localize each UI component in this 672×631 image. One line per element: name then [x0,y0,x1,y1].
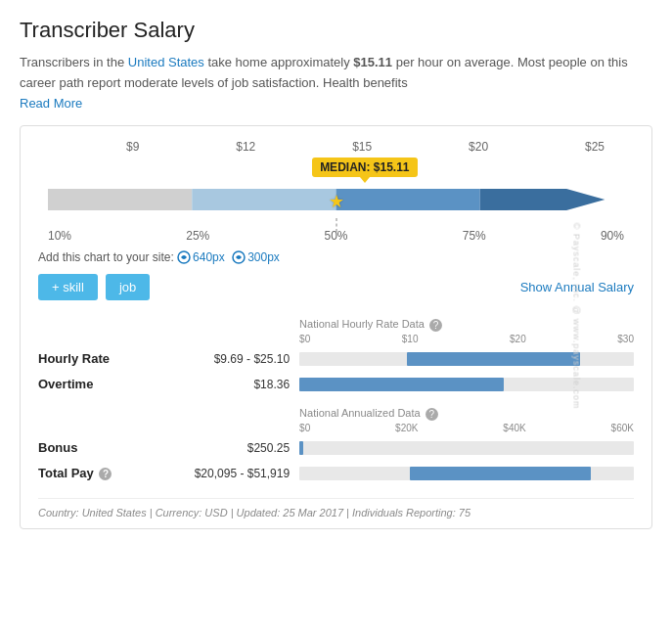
svg-marker-2 [336,189,480,210]
intro-text-part1: Transcribers in the [20,55,128,69]
table-row: Total Pay ? $20,095 - $51,919 [38,461,634,486]
hourly-help-icon[interactable]: ? [429,319,442,332]
percentile-bar: ★ [38,181,634,221]
chart-300-link[interactable]: 300px [247,250,280,264]
median-dashed-line [336,218,336,232]
job-button[interactable]: job [106,274,150,300]
total-pay-value: $20,095 - $51,919 [154,461,300,486]
bonus-value: $250.25 [154,435,300,461]
skill-button[interactable]: + skill [38,274,98,300]
median-tooltip: MEDIAN: $15.11 [312,158,417,177]
country-link[interactable]: United States [128,55,204,69]
svg-marker-3 [480,189,605,210]
hourly-rate-value: $9.69 - $25.10 [154,346,300,372]
footer-info: Country: United States | Currency: USD |… [38,498,634,518]
median-star: ★ [329,191,344,212]
add-chart-text: Add this chart to your site: [38,250,174,264]
salary-chart: $9 $12 $15 $20 $25 MEDIAN: $15.11 ★ 10% … [20,125,652,528]
salary-highlight: $15.11 [353,55,392,69]
link-icon-300 [232,250,246,264]
read-more-link[interactable]: Read More [20,96,82,111]
buttons-row: + skill job Show Annual Salary [38,274,634,300]
overtime-label: Overtime [38,372,154,397]
total-pay-bar [299,463,634,484]
svg-marker-1 [192,189,336,210]
annual-header-row: National Annualized Data ? $0 $20K $40K … [38,405,634,435]
svg-marker-0 [48,189,192,210]
salary-data-table: National Hourly Rate Data ? $0 $10 $20 $… [38,316,634,485]
spacer-row [38,397,634,405]
total-pay-label: Total Pay ? [38,461,154,486]
hourly-header-row: National Hourly Rate Data ? $0 $10 $20 $… [38,316,634,346]
chart-links: Add this chart to your site: 640px 300px [38,250,634,264]
chart-640-link[interactable]: 640px [193,250,225,264]
table-row: Overtime $18.36 [38,372,634,397]
hourly-rate-label: Hourly Rate [38,346,154,372]
annual-help-icon[interactable]: ? [426,408,438,421]
page-title: Transcriber Salary [20,18,652,43]
table-row: Bonus $250.25 [38,435,634,461]
annual-section-header: National Annualized Data ? [299,407,634,421]
overtime-value: $18.36 [154,372,300,397]
bonus-label: Bonus [38,435,154,461]
intro-text-part2: take home approximately [204,55,353,69]
chart-axis-top: $9 $12 $15 $20 $25 [38,140,634,158]
hourly-axis: $0 $10 $20 $30 [299,334,634,344]
intro-text: Transcribers in the United States take h… [20,53,652,113]
hourly-rate-bar [299,348,634,370]
bonus-bar [299,437,634,459]
annual-axis: $0 $20K $40K $60K [299,423,634,433]
overtime-bar [299,374,634,395]
total-pay-help-icon[interactable]: ? [99,468,112,480]
table-row: Hourly Rate $9.69 - $25.10 [38,346,634,372]
watermark: © Payscale, Inc. @ www.payscale.com [572,222,582,409]
action-buttons: + skill job [38,274,150,300]
hourly-section-header: National Hourly Rate Data ? [299,318,634,332]
link-icon-640 [177,250,191,264]
